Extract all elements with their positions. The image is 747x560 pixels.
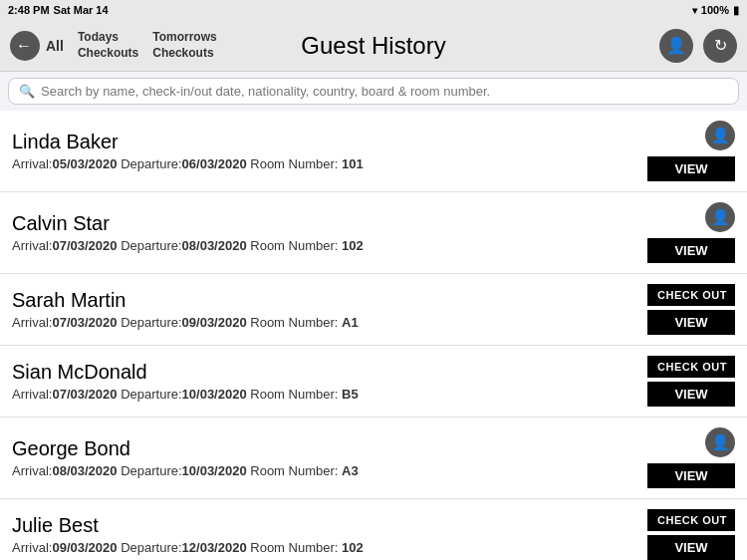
status-day: Sat Mar 14 (54, 4, 109, 16)
guest-item: Linda BakerArrival:05/03/2020 Departure:… (0, 111, 747, 192)
guest-name: Calvin Star (12, 212, 645, 235)
battery-icon: ▮ (733, 4, 739, 17)
guest-item: Sarah MartinArrival:07/03/2020 Departure… (0, 274, 747, 346)
person-icon: 👤 (705, 121, 735, 150)
refresh-icon-button[interactable]: ↻ (703, 29, 737, 63)
guest-actions: 👤VIEW (645, 427, 735, 488)
guest-details: Arrival:08/03/2020 Departure:10/03/2020 … (12, 463, 645, 478)
guest-item: Julie BestArrival:09/03/2020 Departure:1… (0, 499, 747, 560)
checkout-button[interactable]: CHECK OUT (647, 284, 735, 306)
nav-tabs: Todays Checkouts (78, 30, 138, 61)
guest-info: Calvin StarArrival:07/03/2020 Departure:… (12, 212, 645, 253)
guest-actions: CHECK OUTVIEW (645, 509, 735, 560)
user-icon-button[interactable]: 👤 (659, 29, 693, 63)
view-button[interactable]: VIEW (647, 238, 735, 263)
guest-item: George BondArrival:08/03/2020 Departure:… (0, 418, 747, 499)
view-button[interactable]: VIEW (647, 535, 735, 560)
nav-all-tab[interactable]: All (46, 38, 64, 54)
person-icon: 👤 (666, 36, 686, 55)
guest-name: Sarah Martin (12, 289, 645, 312)
page-title: Guest History (301, 32, 445, 60)
guest-details: Arrival:05/03/2020 Departure:06/03/2020 … (12, 156, 645, 171)
guest-item: Sian McDonaldArrival:07/03/2020 Departur… (0, 346, 747, 418)
view-button[interactable]: VIEW (647, 310, 735, 335)
person-icon: 👤 (705, 427, 735, 457)
back-arrow-icon: ← (16, 37, 32, 55)
guest-list: Linda BakerArrival:05/03/2020 Departure:… (0, 111, 747, 560)
guest-details: Arrival:07/03/2020 Departure:08/03/2020 … (12, 238, 645, 253)
todays-checkouts-tab[interactable]: Todays Checkouts (78, 30, 138, 61)
refresh-icon: ↻ (714, 36, 727, 55)
search-bar[interactable]: 🔍 (8, 78, 739, 105)
guest-info: Julie BestArrival:09/03/2020 Departure:1… (12, 514, 645, 555)
guest-actions: CHECK OUTVIEW (645, 284, 735, 335)
guest-info: George BondArrival:08/03/2020 Departure:… (12, 437, 645, 478)
guest-name: George Bond (12, 437, 645, 460)
top-nav: ← All Todays Checkouts Tomorrows Checkou… (0, 20, 747, 72)
checkout-button[interactable]: CHECK OUT (647, 509, 735, 531)
guest-info: Linda BakerArrival:05/03/2020 Departure:… (12, 131, 645, 171)
guest-info: Sarah MartinArrival:07/03/2020 Departure… (12, 289, 645, 330)
status-time: 2:48 PM (8, 4, 50, 16)
guest-name: Sian McDonald (12, 361, 645, 384)
back-button[interactable]: ← (10, 31, 40, 61)
nav-tabs-tomorrow: Tomorrows Checkouts (152, 30, 216, 61)
wifi-icon: ▾ (692, 5, 697, 16)
view-button[interactable]: VIEW (647, 463, 735, 488)
guest-name: Linda Baker (12, 131, 645, 153)
battery-level: 100% (701, 4, 729, 16)
guest-details: Arrival:07/03/2020 Departure:10/03/2020 … (12, 387, 645, 402)
view-button[interactable]: VIEW (647, 382, 735, 407)
guest-actions: CHECK OUTVIEW (645, 356, 735, 407)
status-bar: 2:48 PM Sat Mar 14 ▾ 100% ▮ (0, 0, 747, 20)
person-icon: 👤 (705, 202, 735, 232)
checkout-button[interactable]: CHECK OUT (647, 356, 735, 378)
tomorrows-checkouts-tab[interactable]: Tomorrows Checkouts (152, 30, 216, 61)
guest-item: Calvin StarArrival:07/03/2020 Departure:… (0, 192, 747, 274)
guest-details: Arrival:09/03/2020 Departure:12/03/2020 … (12, 540, 645, 555)
search-icon: 🔍 (19, 84, 35, 99)
guest-name: Julie Best (12, 514, 645, 537)
guest-info: Sian McDonaldArrival:07/03/2020 Departur… (12, 361, 645, 402)
guest-actions: 👤VIEW (645, 202, 735, 263)
search-input[interactable] (41, 84, 728, 99)
guest-actions: 👤VIEW (645, 121, 735, 181)
view-button[interactable]: VIEW (647, 156, 735, 181)
guest-details: Arrival:07/03/2020 Departure:09/03/2020 … (12, 315, 645, 330)
